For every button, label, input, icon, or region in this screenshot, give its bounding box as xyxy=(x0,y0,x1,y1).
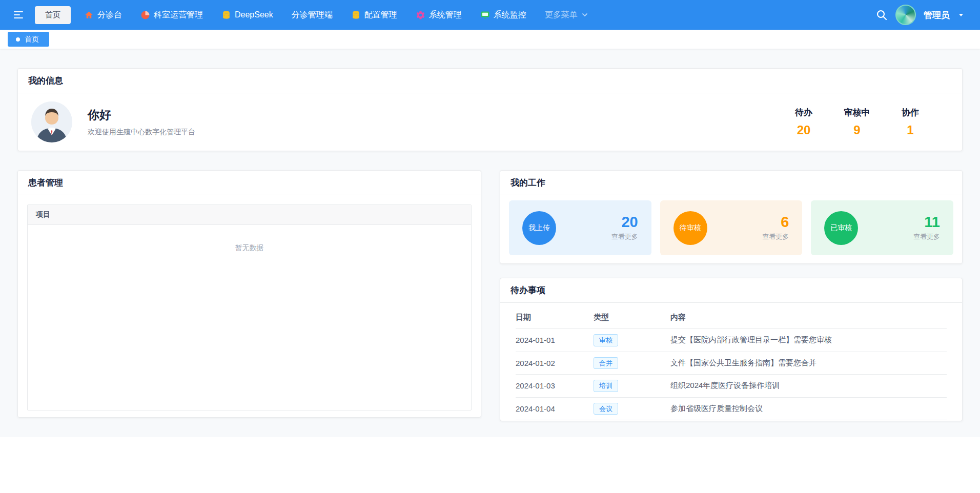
todo-type-tag: 培训 xyxy=(594,380,618,392)
todo-content: 组织2024年度医疗设备操作培训 xyxy=(670,375,947,398)
nav-item-deepseek[interactable]: DeepSeek xyxy=(221,10,273,20)
patient-management-title: 患者管理 xyxy=(18,171,481,195)
menu-toggle-icon[interactable] xyxy=(9,6,28,24)
home-icon xyxy=(84,10,94,20)
todo-table: 日期 类型 内容 2024-01-01 审核 提交【医院内部行政管理目录一栏】需… xyxy=(516,306,947,420)
tab-label: 首页 xyxy=(25,35,39,44)
nav-item-more-menu[interactable]: 更多菜单 xyxy=(545,10,588,20)
stat-pending[interactable]: 待办 20 xyxy=(789,107,819,137)
user-dropdown-chevron-icon[interactable] xyxy=(957,11,965,18)
uploaded-count: 20 xyxy=(611,214,638,231)
nav-item-label: 分诊台 xyxy=(97,10,122,20)
database-icon xyxy=(351,10,361,20)
main-menu: 分诊台 科室运营管理 DeepSeek 分诊管 xyxy=(84,10,588,20)
view-more-link[interactable]: 查看更多 xyxy=(611,232,638,241)
todo-card: 待办事项 日期 类型 内容 2024-01-01 xyxy=(500,278,963,421)
uploaded-badge: 我上传 xyxy=(522,211,556,245)
todo-title: 待办事项 xyxy=(500,278,962,303)
pending-review-badge: 待审核 xyxy=(673,211,707,245)
nav-item-label: DeepSeek xyxy=(235,10,273,19)
stat-in-review[interactable]: 审核中 9 xyxy=(842,107,872,137)
work-stat-uploaded[interactable]: 我上传 20 查看更多 xyxy=(509,200,651,255)
todo-header-row: 日期 类型 内容 xyxy=(516,306,947,329)
nav-item-system-admin[interactable]: 系统管理 xyxy=(416,10,462,20)
greeting-text: 你好 xyxy=(88,107,789,123)
todo-row: 2024-01-03 培训 组织2024年度医疗设备操作培训 xyxy=(516,375,947,398)
nav-item-system-monitor[interactable]: 系统监控 xyxy=(480,10,526,20)
empty-data-text: 暂无数据 xyxy=(28,225,471,253)
user-name[interactable]: 管理员 xyxy=(924,9,950,21)
todo-content: 提交【医院内部行政管理目录一栏】需要您审核 xyxy=(670,329,947,352)
todo-date: 2024-01-03 xyxy=(516,375,594,398)
my-work-title: 我的工作 xyxy=(500,171,962,195)
view-more-link[interactable]: 查看更多 xyxy=(762,232,789,241)
todo-col-content: 内容 xyxy=(670,306,947,329)
nav-item-label: 系统管理 xyxy=(429,10,462,20)
nav-item-label: 系统监控 xyxy=(494,10,526,20)
patients-table-header: 项目 xyxy=(28,205,471,225)
welcome-subtitle: 欢迎使用生殖中心数字化管理平台 xyxy=(88,128,789,137)
todo-row: 2024-01-04 会议 参加省级医疗质量控制会议 xyxy=(516,397,947,420)
todo-col-date: 日期 xyxy=(516,306,594,329)
home-button[interactable]: 首页 xyxy=(35,6,71,24)
reviewed-count: 11 xyxy=(913,214,940,231)
todo-content: 参加省级医疗质量控制会议 xyxy=(670,397,947,420)
todo-date: 2024-01-04 xyxy=(516,397,594,420)
pie-chart-icon xyxy=(140,10,150,20)
nav-item-dept-operations[interactable]: 科室运营管理 xyxy=(140,10,203,20)
nav-item-config[interactable]: 配置管理 xyxy=(351,10,397,20)
reviewed-badge: 已审核 xyxy=(824,211,858,245)
work-stat-reviewed[interactable]: 已审核 11 查看更多 xyxy=(811,200,953,255)
profile-avatar xyxy=(31,101,72,142)
tab-home[interactable]: 首页 xyxy=(8,32,49,47)
my-info-card: 我的信息 你好 欢迎使用生殖中心数字化管理平台 待办 20 xyxy=(17,68,963,151)
user-avatar[interactable] xyxy=(895,5,916,25)
todo-row: 2024-01-02 合并 文件【国家公共卫生服务指南】需要您合并 xyxy=(516,352,947,375)
todo-type-tag: 审核 xyxy=(594,334,618,346)
todo-content: 文件【国家公共卫生服务指南】需要您合并 xyxy=(670,352,947,375)
todo-type-tag: 合并 xyxy=(594,357,618,369)
todo-type-tag: 会议 xyxy=(594,403,618,415)
content-area: 我的信息 你好 欢迎使用生殖中心数字化管理平台 待办 20 xyxy=(0,49,980,437)
chevron-down-icon xyxy=(581,11,588,18)
nav-item-label: 分诊管理端 xyxy=(292,10,333,20)
nav-item-label: 科室运营管理 xyxy=(154,10,203,20)
top-navbar: 首页 分诊台 科室运营管理 xyxy=(0,0,980,30)
profile-stats: 待办 20 审核中 9 协作 1 xyxy=(789,107,949,137)
nav-item-label: 更多菜单 xyxy=(545,10,578,20)
patients-table: 项目 暂无数据 xyxy=(27,204,472,410)
patient-management-card: 患者管理 项目 暂无数据 xyxy=(17,170,481,418)
nav-item-triage-desk[interactable]: 分诊台 xyxy=(84,10,122,20)
stat-collaboration[interactable]: 协作 1 xyxy=(895,107,925,137)
todo-row: 2024-01-01 审核 提交【医院内部行政管理目录一栏】需要您审核 xyxy=(516,329,947,352)
database-icon xyxy=(221,10,231,20)
todo-date: 2024-01-01 xyxy=(516,329,594,352)
todo-date: 2024-01-02 xyxy=(516,352,594,375)
search-icon[interactable] xyxy=(875,9,888,21)
my-info-title: 我的信息 xyxy=(18,69,962,93)
view-more-link[interactable]: 查看更多 xyxy=(913,232,940,241)
nav-item-triage-admin[interactable]: 分诊管理端 xyxy=(292,10,333,20)
monitor-icon xyxy=(480,10,490,20)
tab-bar: 首页 xyxy=(0,30,980,49)
my-work-card: 我的工作 我上传 20 查看更多 待审核 6 查看更多 xyxy=(500,170,963,264)
work-stat-pending-review[interactable]: 待审核 6 查看更多 xyxy=(660,200,803,255)
gear-icon xyxy=(416,10,425,20)
todo-col-type: 类型 xyxy=(594,306,670,329)
pending-review-count: 6 xyxy=(762,214,789,231)
nav-item-label: 配置管理 xyxy=(364,10,397,20)
tab-dot-icon xyxy=(16,37,20,42)
